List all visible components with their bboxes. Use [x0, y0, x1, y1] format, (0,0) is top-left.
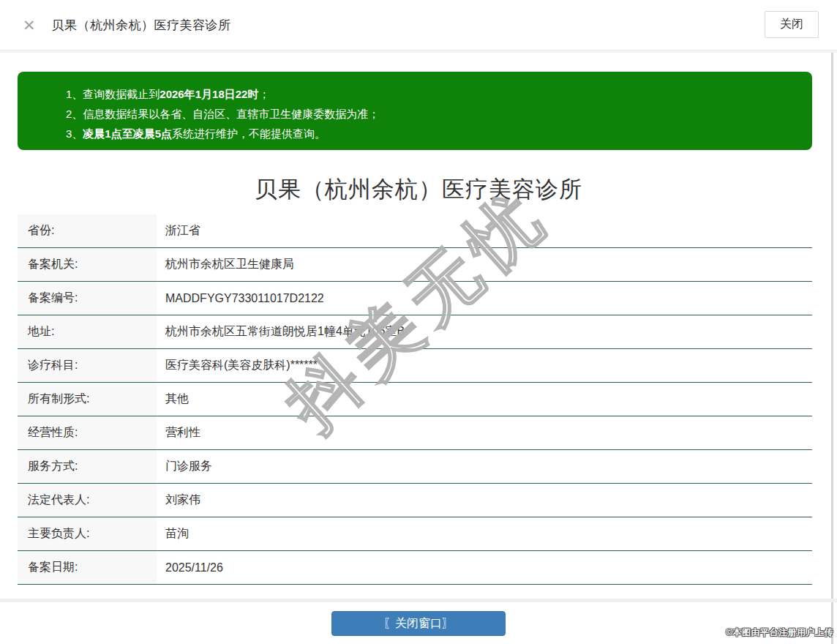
field-value: MADDFYGY733011017D2122 — [157, 282, 812, 315]
notice-line-1: 1、查询数据截止到2026年1月18日22时； — [66, 84, 797, 104]
field-label: 省份: — [18, 214, 157, 247]
field-value: 苗洵 — [157, 517, 812, 550]
upload-credit-text: ©本图由平台注册用户上传 — [726, 626, 833, 639]
footer-divider — [0, 599, 837, 602]
page-title: 贝果（杭州余杭）医疗美容诊所 — [52, 17, 231, 34]
field-label: 备案机关: — [18, 248, 157, 281]
table-row-province: 省份: 浙江省 — [18, 214, 812, 248]
table-row-service-mode: 服务方式: 门诊服务 — [18, 450, 812, 484]
field-label: 诊疗科目: — [18, 349, 157, 382]
field-label: 经营性质: — [18, 416, 157, 449]
notice-box: 1、查询数据截止到2026年1月18日22时； 2、信息数据结果以各省、自治区、… — [18, 72, 812, 150]
field-label: 主要负责人: — [18, 517, 157, 550]
field-label: 备案日期: — [18, 551, 157, 584]
field-value: 其他 — [157, 383, 812, 416]
field-value: 浙江省 — [157, 214, 812, 247]
field-label: 备案编号: — [18, 282, 157, 315]
table-row-registration-date: 备案日期: 2025/11/26 — [18, 551, 812, 585]
page: ✕ 贝果（杭州余杭）医疗美容诊所 关闭 1、查询数据截止到2026年1月18日2… — [0, 0, 837, 644]
table-row-main-person-in-charge: 主要负责人: 苗洵 — [18, 517, 812, 551]
notice-line-2: 2、信息数据结果以各省、自治区、直辖市卫生健康委数据为准； — [66, 104, 797, 124]
close-icon[interactable]: ✕ — [23, 18, 36, 33]
field-label: 所有制形式: — [18, 383, 157, 416]
header-divider — [0, 50, 837, 53]
field-label: 地址: — [18, 315, 157, 348]
field-value: 门诊服务 — [157, 450, 812, 483]
table-row-registration-authority: 备案机关: 杭州市余杭区卫生健康局 — [18, 248, 812, 282]
close-window-button[interactable]: 〖关闭窗口〗 — [331, 611, 506, 636]
field-value: 2025/11/26 — [157, 551, 812, 584]
field-value: 医疗美容科(美容皮肤科)****** — [157, 349, 812, 382]
close-button[interactable]: 关闭 — [765, 11, 819, 38]
table-row-legal-representative: 法定代表人: 刘家伟 — [18, 484, 812, 517]
field-value: 杭州市余杭区五常街道朗悦居1幢4单元106室B — [157, 315, 812, 348]
table-row-medical-subjects: 诊疗科目: 医疗美容科(美容皮肤科)****** — [18, 349, 812, 383]
field-value: 刘家伟 — [157, 484, 812, 517]
field-value: 营利性 — [157, 416, 812, 449]
field-label: 服务方式: — [18, 450, 157, 483]
field-value: 杭州市余杭区卫生健康局 — [157, 248, 812, 281]
header-bar: ✕ 贝果（杭州余杭）医疗美容诊所 关闭 — [0, 0, 837, 50]
table-row-business-nature: 经营性质: 营利性 — [18, 416, 812, 450]
right-edge-border — [831, 53, 833, 644]
clinic-title: 贝果（杭州余杭）医疗美容诊所 — [0, 174, 837, 205]
info-table: 省份: 浙江省 备案机关: 杭州市余杭区卫生健康局 备案编号: MADDFYGY… — [18, 214, 812, 585]
table-row-registration-number: 备案编号: MADDFYGY733011017D2122 — [18, 282, 812, 315]
table-row-ownership-form: 所有制形式: 其他 — [18, 383, 812, 416]
footer: 〖关闭窗口〗 — [0, 611, 837, 636]
field-label: 法定代表人: — [18, 484, 157, 517]
notice-line-3: 3、凌晨1点至凌晨5点系统进行维护，不能提供查询。 — [66, 124, 797, 143]
table-row-address: 地址: 杭州市余杭区五常街道朗悦居1幢4单元106室B — [18, 315, 812, 349]
